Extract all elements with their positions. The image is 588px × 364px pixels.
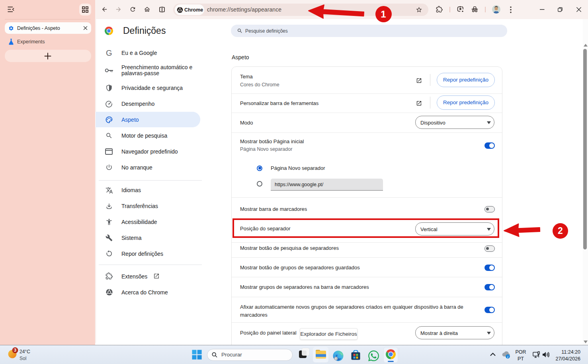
svg-text:3: 3 (14, 348, 16, 352)
